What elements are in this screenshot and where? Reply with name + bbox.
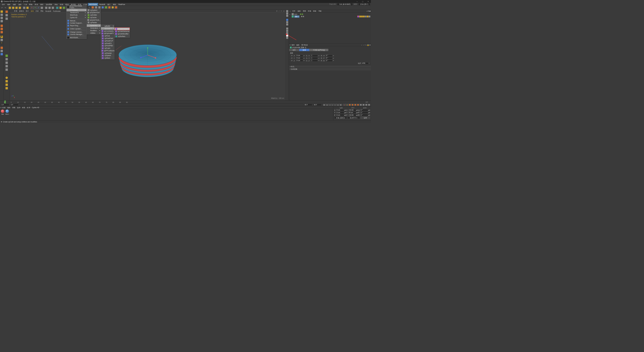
- menu-mograph[interactable]: 运动图形: [45, 3, 53, 6]
- menu-tools[interactable]: 工具: [23, 3, 28, 6]
- tag-sel2[interactable]: [361, 16, 363, 17]
- menu-realflow[interactable]: RealFlow: [117, 3, 126, 6]
- coord-input[interactable]: 1: [311, 55, 318, 57]
- cp-size-select[interactable]: 绝对尺寸 ▾: [347, 117, 360, 119]
- menu-xpsplash[interactable]: xpSplash: [101, 54, 114, 57]
- move-tool[interactable]: [12, 6, 15, 9]
- menu-xpemitter[interactable]: xpEmitter: [87, 14, 101, 16]
- menu-dynamics[interactable]: Dynamics▸: [87, 24, 101, 27]
- tl-r[interactable]: [357, 104, 359, 106]
- mat-edit[interactable]: 编辑: [7, 106, 12, 109]
- viewport-object-disc[interactable]: [116, 38, 179, 84]
- menu-insydium[interactable]: INSYDIUM: [88, 3, 98, 6]
- cp-apply-button[interactable]: 应用: [360, 117, 370, 119]
- menu-support[interactable]: Contact Support...: [66, 22, 86, 24]
- cp-input[interactable]: 54 cm: [348, 112, 356, 114]
- render-view[interactable]: [45, 6, 48, 9]
- tag-sel4[interactable]: [367, 16, 369, 17]
- cp-mode-select[interactable]: 对象 (相对) ▾: [334, 117, 347, 119]
- tl-opt3[interactable]: [368, 104, 370, 106]
- tl-play[interactable]: ▸: [331, 104, 334, 106]
- t2-nav3[interactable]: [5, 83, 8, 86]
- t2-d[interactable]: [5, 54, 8, 57]
- attr-mode[interactable]: 模式: [291, 44, 296, 46]
- menu-xpppcollisions[interactable]: xpPPCollisions: [101, 49, 114, 52]
- rb-1[interactable]: [286, 10, 288, 12]
- menu-select[interactable]: 选择: [17, 3, 23, 6]
- rotate-tool[interactable]: [18, 6, 22, 9]
- vp-redshift[interactable]: Redshift: [45, 10, 52, 12]
- burger-icon[interactable]: ≡: [290, 10, 291, 12]
- mode-object[interactable]: [0, 13, 3, 16]
- tl-end1[interactable]: 90 F: [304, 104, 312, 106]
- vp-camera[interactable]: 摄像机: [18, 10, 25, 12]
- cp-input[interactable]: 0 °: [360, 109, 368, 111]
- tl-prev[interactable]: ◂: [329, 104, 331, 106]
- menu-about[interactable]: About INSYDIUM Fused...: [66, 6, 86, 8]
- rb-6[interactable]: [286, 23, 288, 25]
- om-search-icon[interactable]: ⌕: [367, 10, 368, 12]
- mat-select[interactable]: 选择: [16, 106, 21, 109]
- vp-panel[interactable]: 面板: [39, 10, 45, 12]
- menu-character[interactable]: 角色: [53, 3, 59, 6]
- t2-c[interactable]: [5, 17, 8, 20]
- tl-key[interactable]: ◆: [346, 104, 348, 106]
- mat-texture[interactable]: 纹理: [26, 106, 31, 109]
- mode-texture[interactable]: [0, 17, 3, 20]
- mode-poly[interactable]: [0, 31, 3, 34]
- menu-xpsheeter[interactable]: xpSheeter: [101, 52, 114, 54]
- attr-freeze[interactable]: ▸冻结变换: [289, 68, 371, 70]
- tree-row-backup[interactable]: ▸ 备份: [290, 13, 370, 15]
- tl-nextkey[interactable]: ▸▸: [337, 104, 339, 106]
- vp-prorender[interactable]: ProRender: [52, 10, 62, 12]
- spline-pen[interactable]: [59, 6, 62, 9]
- object-tree[interactable]: ▸ 备份 克隆.1: [289, 13, 371, 44]
- tb-ic5[interactable]: [104, 6, 108, 9]
- axis-w[interactable]: [40, 6, 44, 9]
- nav-back-icon[interactable]: ←: [361, 44, 363, 46]
- cp-input[interactable]: 219.66 cm: [348, 114, 356, 116]
- cp-input[interactable]: 0 °: [360, 112, 368, 114]
- rb-2[interactable]: [286, 13, 288, 15]
- coord-input[interactable]: 0 cm: [296, 60, 303, 62]
- coord-input[interactable]: 0 °: [326, 55, 333, 57]
- tl-prevkey[interactable]: ◂◂: [326, 104, 328, 106]
- render-settings[interactable]: [51, 6, 55, 9]
- menu-window[interactable]: 窗口: [106, 3, 112, 6]
- tl-s[interactable]: [354, 104, 356, 106]
- tl-rec[interactable]: ●: [343, 104, 345, 106]
- tb-ic7[interactable]: [111, 6, 114, 9]
- vp-options[interactable]: 选项: [30, 10, 35, 12]
- coord-input[interactable]: 0 cm: [296, 57, 303, 59]
- menu-modifiers[interactable]: Modifiers▸: [87, 29, 101, 32]
- cp-input[interactable]: 0 cm: [336, 114, 344, 116]
- tool-misc2[interactable]: [26, 6, 29, 9]
- menu-create[interactable]: 创建: [12, 3, 17, 6]
- tb-ic6[interactable]: [108, 6, 111, 9]
- t2-b[interactable]: [5, 14, 8, 17]
- menu-xpfluidflip[interactable]: xpFluidFLIP: [101, 39, 114, 42]
- cp-input[interactable]: 0 °: [360, 114, 368, 116]
- t2-e[interactable]: [5, 58, 8, 61]
- om-objects[interactable]: 对象: [307, 10, 312, 12]
- close-button[interactable]: ✕: [366, 0, 371, 3]
- rb-5[interactable]: [286, 21, 288, 23]
- menu-xpfluidfx[interactable]: xpFluidFX: [101, 42, 114, 45]
- menu-license-mgr[interactable]: License Manager...: [66, 33, 86, 36]
- t2-nav2[interactable]: [5, 80, 8, 83]
- timeline-ruler[interactable]: 0 F 051015202530354045505560657075808590: [0, 100, 371, 104]
- menu-xpcache[interactable]: xpCache: [87, 16, 101, 19]
- menu-spline[interactable]: 样条: [34, 3, 39, 6]
- primitive-cube[interactable]: [56, 6, 59, 9]
- mat-view[interactable]: 查看: [11, 106, 16, 109]
- tl-current[interactable]: 0 F: [10, 104, 19, 106]
- menu-file[interactable]: 文件: [1, 3, 6, 6]
- max-icon[interactable]: ⊞: [369, 44, 371, 46]
- mat-material[interactable]: 材质: [21, 106, 26, 109]
- tb-ic4[interactable]: [101, 6, 104, 9]
- lock-icon[interactable]: 🔒: [367, 44, 369, 46]
- vis-dot2[interactable]: [303, 16, 304, 17]
- menu-xpwave[interactable]: xpWave: [101, 57, 114, 59]
- tool-c[interactable]: [0, 53, 3, 56]
- material-item[interactable]: Mat.1: [5, 109, 9, 120]
